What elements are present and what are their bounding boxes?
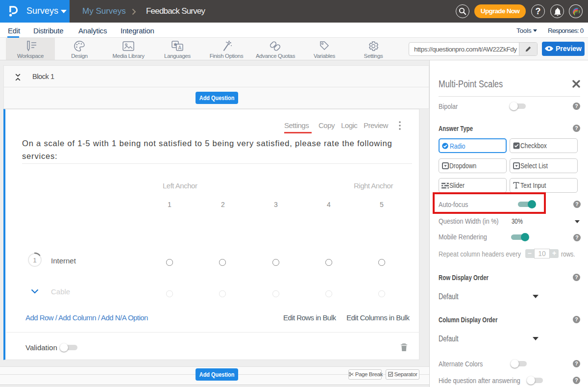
- svg-text:A: A: [178, 45, 182, 51]
